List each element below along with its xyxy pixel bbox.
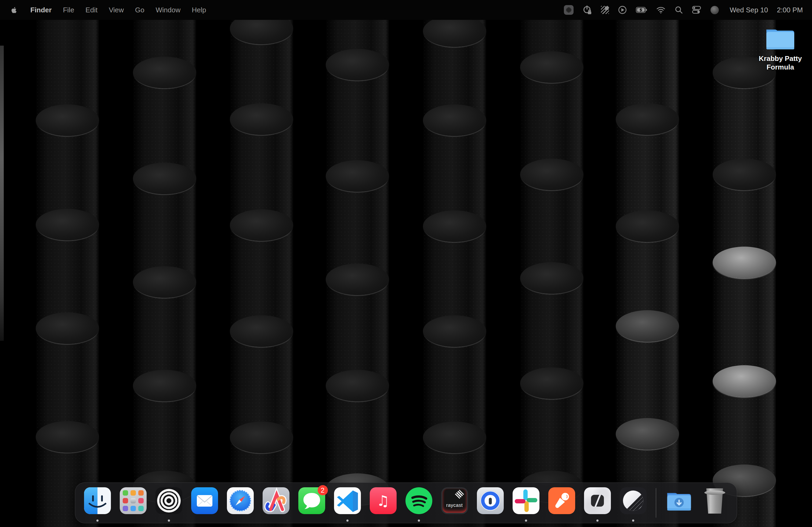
menu-bar: Finder File Edit View Go Window Help bbox=[0, 0, 812, 20]
dock-item-1password[interactable] bbox=[472, 483, 508, 523]
dock-item-messages[interactable]: 2 bbox=[294, 483, 330, 523]
dock-divider bbox=[656, 488, 656, 517]
wallpaper-cylinder-cap bbox=[326, 49, 389, 80]
desktop: Finder File Edit View Go Window Help bbox=[0, 0, 812, 527]
dock-item-trash[interactable] bbox=[697, 483, 733, 523]
wallpaper-cylinder-cap bbox=[36, 104, 99, 136]
running-indicator bbox=[596, 520, 598, 522]
wallpaper-cylinder-cap bbox=[616, 310, 679, 342]
finder-face-icon bbox=[84, 487, 111, 514]
wallpaper-cylinder-cap bbox=[36, 209, 99, 240]
wallpaper-cylinder-cap bbox=[616, 418, 679, 450]
wallpaper-cylinder-cap bbox=[713, 246, 776, 278]
dock: 2 ♫ bbox=[75, 482, 737, 523]
dock-item-mail[interactable] bbox=[187, 483, 222, 523]
dock-item-vscode[interactable] bbox=[330, 483, 365, 523]
music-note-glyph: ♫ bbox=[376, 492, 389, 509]
wallpaper-cylinder-cap bbox=[326, 160, 389, 192]
dock-item-spotify[interactable] bbox=[401, 483, 437, 523]
wallpaper bbox=[0, 0, 812, 527]
slack-pinwheel-icon bbox=[512, 487, 539, 514]
starburst-menu-icon[interactable] bbox=[564, 0, 574, 20]
wallpaper-edge-cylinder bbox=[0, 46, 4, 341]
dock-item-safari[interactable] bbox=[222, 483, 258, 523]
wallpaper-cylinder-cap bbox=[616, 103, 679, 135]
striped-sphere-icon bbox=[620, 487, 647, 514]
wallpaper-cylinder-cap bbox=[133, 163, 196, 194]
desktop-folder-label: Krabby Patty Formula bbox=[757, 54, 804, 71]
wallpaper-cylinder-cap bbox=[520, 159, 583, 190]
menu-edit[interactable]: Edit bbox=[85, 0, 98, 20]
control-center-icon[interactable] bbox=[692, 0, 702, 20]
menu-window[interactable]: Window bbox=[156, 0, 180, 20]
launchpad-grid-icon bbox=[120, 487, 147, 514]
vscode-ribbon-icon bbox=[334, 487, 361, 514]
menu-view[interactable]: View bbox=[109, 0, 124, 20]
notification-badge: 2 bbox=[318, 485, 328, 495]
siri-orb-icon[interactable] bbox=[710, 0, 719, 20]
wallpaper-cylinder-cap bbox=[133, 266, 196, 298]
dock-item-apple-music[interactable]: ♫ bbox=[365, 483, 401, 523]
wallpaper-cylinder-cap bbox=[36, 312, 99, 344]
wallpaper-cylinder-cap bbox=[36, 421, 99, 453]
wallpaper-cylinder-cap bbox=[520, 51, 583, 83]
running-indicator bbox=[97, 520, 99, 522]
menu-go[interactable]: Go bbox=[135, 0, 144, 20]
letter-a-ribbon-icon bbox=[263, 487, 289, 514]
menu-file[interactable]: File bbox=[63, 0, 74, 20]
wallpaper-cylinder-cap bbox=[423, 422, 486, 453]
wallpaper-cylinder-cap bbox=[616, 210, 679, 242]
dock-item-launchpad[interactable] bbox=[115, 483, 151, 523]
search-icon[interactable] bbox=[675, 0, 683, 20]
raycast-glitch-icon: raycast bbox=[441, 487, 468, 514]
menu-time[interactable]: 2:00 PM bbox=[777, 0, 803, 20]
speech-bubble-icon: 2 bbox=[298, 487, 325, 514]
wifi-icon[interactable] bbox=[656, 0, 666, 20]
downloads-folder-icon bbox=[666, 487, 693, 514]
dock-item-downloads-folder[interactable] bbox=[661, 483, 697, 523]
dock-item-arc-browser[interactable] bbox=[258, 483, 294, 523]
menu-bar-status: Wed Sep 10 2:00 PM bbox=[564, 0, 812, 20]
wallpaper-cylinder-cap bbox=[423, 104, 486, 136]
dock-item-slack[interactable] bbox=[508, 483, 544, 523]
dock-item-postman[interactable] bbox=[544, 483, 579, 523]
menu-date[interactable]: Wed Sep 10 bbox=[730, 0, 768, 20]
dock-item-white-d-app[interactable] bbox=[579, 483, 615, 523]
folder-icon bbox=[764, 25, 796, 52]
trash-bin-icon bbox=[701, 487, 728, 514]
play-circle-menu-icon[interactable] bbox=[618, 0, 627, 20]
spotify-waves-icon bbox=[405, 487, 432, 514]
wallpaper-cylinder-cap bbox=[423, 315, 486, 347]
wallpaper-cylinder-cap bbox=[133, 57, 196, 88]
wallpaper-cylinder-cap bbox=[423, 210, 486, 242]
wallpaper-cylinder-cap bbox=[326, 264, 389, 295]
wallpaper-cylinder-cap bbox=[520, 262, 583, 294]
running-indicator bbox=[418, 520, 420, 522]
battery-charging-icon[interactable] bbox=[636, 0, 647, 20]
striped-flag-menu-icon[interactable] bbox=[601, 0, 609, 20]
wallpaper-cylinder-cap bbox=[230, 209, 293, 241]
dark-card-slash-icon bbox=[584, 487, 611, 514]
wallpaper-cylinder-cap bbox=[133, 370, 196, 402]
power-lock-menu-icon[interactable] bbox=[582, 0, 592, 20]
apple-menu-icon[interactable] bbox=[10, 6, 18, 14]
wallpaper-cylinder-cap bbox=[230, 315, 293, 347]
wallpaper-cylinder-cap bbox=[230, 422, 293, 453]
concentric-circles-icon bbox=[156, 487, 182, 514]
running-indicator bbox=[525, 520, 527, 522]
running-indicator bbox=[346, 520, 349, 522]
desktop-folder-krabby-patty[interactable]: Krabby Patty Formula bbox=[757, 25, 804, 71]
menu-help[interactable]: Help bbox=[192, 0, 206, 20]
dock-item-finder[interactable] bbox=[79, 483, 115, 523]
raycast-label: raycast bbox=[441, 502, 468, 508]
dock-item-raycast[interactable]: raycast bbox=[437, 483, 472, 523]
dock-item-linear-app[interactable] bbox=[615, 483, 651, 523]
wallpaper-cylinder-cap bbox=[713, 365, 776, 397]
keyhole-ring-icon bbox=[477, 487, 504, 514]
wallpaper-cylinder-cap bbox=[326, 370, 389, 402]
menu-bar-left: Finder File Edit View Go Window Help bbox=[0, 0, 206, 20]
wallpaper-cylinder-cap bbox=[520, 367, 583, 399]
dock-item-bullseye-app[interactable] bbox=[151, 483, 187, 523]
menu-app-name[interactable]: Finder bbox=[30, 0, 52, 20]
running-indicator bbox=[632, 520, 634, 522]
